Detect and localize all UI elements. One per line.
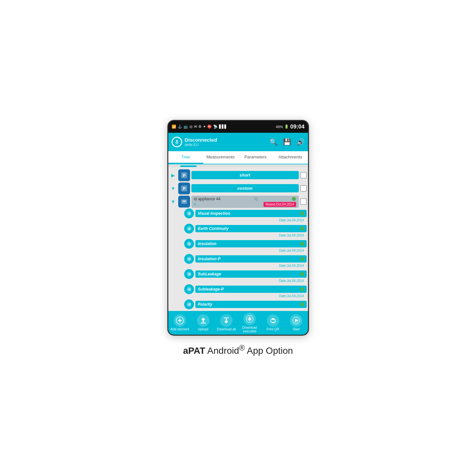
save-icon[interactable]: 💾 xyxy=(283,138,291,146)
svg-rect-7 xyxy=(182,200,186,202)
test-row-insulation-p: ⚙ Insulation-P Date:Jul.04,2014 xyxy=(184,254,307,268)
test-icon-insulation: ⚙ xyxy=(184,239,194,249)
checkbox-short[interactable] xyxy=(300,172,307,179)
test-row-subleakage-p: ⚙ Subleakage-P Date:Jul.04,2014 xyxy=(184,284,307,298)
status-dot-subleakage xyxy=(300,272,304,276)
status-dot-insulation xyxy=(300,242,304,246)
svg-text:⚙: ⚙ xyxy=(187,303,190,306)
screen-icon: 📺 xyxy=(183,125,188,129)
chevron-down-appliance[interactable]: ▼ xyxy=(170,198,177,205)
date-subleakage-p: Date:Jul.04,2014 xyxy=(184,294,307,298)
status-icons-left: 📶 ⚓ 📺 ◎ ✉ ⚙ ✴ ⛔ 📡 ▋▋▋ xyxy=(172,125,227,129)
appliance-icon xyxy=(178,196,190,208)
tab-parameters[interactable]: Parameters xyxy=(238,151,273,164)
test-row-earth: ⚙ Earth Continuity Date:Jul.04,2014 xyxy=(184,224,307,238)
test-row-polarity: ⚙ Polarity xyxy=(184,299,307,309)
label-bar-subleakage: SubLeakage xyxy=(195,270,307,278)
search-icon[interactable]: 🔍 xyxy=(269,138,278,146)
test-icon-insulation-p: ⚙ xyxy=(184,254,194,264)
test-row-insulation: ⚙ Insulation Date:Jul.04,2014 xyxy=(184,239,307,253)
date-subleakage: Date:Jul.04,2014 xyxy=(184,279,307,283)
bluetooth-connected-icon[interactable]: 🔊 xyxy=(296,138,305,146)
print-qr-label: Print QR xyxy=(266,327,279,331)
label-bar-insulation-p: Insulation-P xyxy=(195,255,307,263)
start-button[interactable]: Start xyxy=(285,314,308,331)
svg-text:P: P xyxy=(182,186,185,191)
status-right: 49% 🔋 09:04 xyxy=(276,124,305,130)
battery-percent: 49% xyxy=(276,125,283,129)
test-icon-earth: ⚙ xyxy=(184,224,194,234)
status-dot-visual xyxy=(300,211,304,215)
chevron-down-costom[interactable]: ▼ xyxy=(170,185,177,192)
status-time: 09:04 xyxy=(290,124,304,130)
svg-rect-25 xyxy=(201,323,206,323)
status-bar: 📶 ⚓ 📺 ◎ ✉ ⚙ ✴ ⛔ 📡 ▋▋▋ 49% 🔋 09:04 xyxy=(168,121,308,133)
tab-tree[interactable]: Tree xyxy=(168,151,203,164)
download-executed-label: Downloadexecuted xyxy=(242,326,257,333)
date-earth: Date:Jul.04,2014 xyxy=(184,234,307,238)
battery-icon: 🔋 xyxy=(284,125,289,129)
print-qr-icon xyxy=(267,314,279,327)
svg-text:⚙: ⚙ xyxy=(187,272,190,276)
label-bar-polarity: Polarity xyxy=(195,301,307,308)
download-all-button[interactable]: Download all xyxy=(215,314,238,331)
svg-text:⚙: ⚙ xyxy=(187,242,190,246)
appliance-counter: 0 xyxy=(194,202,196,206)
caption-normal: Android xyxy=(205,346,239,356)
tab-measurements[interactable]: Measurements xyxy=(203,151,238,164)
checkbox-costom[interactable] xyxy=(300,185,307,192)
checkbox-appliance[interactable] xyxy=(300,198,307,205)
svg-text:⚙: ⚙ xyxy=(187,212,190,215)
download-all-icon xyxy=(220,314,233,327)
download-executed-button[interactable]: Downloadexecuted xyxy=(238,313,262,333)
wifi-icon: 📶 xyxy=(172,125,176,129)
start-icon xyxy=(290,314,302,327)
app-title-block: Disconnected delta EU xyxy=(185,137,217,147)
label-bar-insulation: Insulation xyxy=(195,240,307,247)
upload-icon xyxy=(197,314,210,327)
tree-row-costom: ▼ P costom xyxy=(168,182,308,195)
add-icon xyxy=(174,314,186,327)
status-dot-insulation-p xyxy=(300,257,304,261)
label-bar-visual: Visual Inspection xyxy=(195,210,307,217)
add-element-label: Add element xyxy=(171,327,189,331)
mail-icon: ✉ xyxy=(194,125,197,129)
svg-text:P: P xyxy=(182,173,185,178)
print-qr-button[interactable]: Print QR xyxy=(261,314,285,331)
chevron-right-short[interactable]: ▶ xyxy=(170,172,177,179)
svg-text:δ: δ xyxy=(175,139,178,145)
content-area: ▶ P short ▼ P costom xyxy=(168,164,308,311)
tree-row-short: ▶ P short xyxy=(168,169,308,182)
retest-badge: Retest:Oct.04,2014 xyxy=(264,202,296,207)
bluetooth-icon: ✴ xyxy=(203,125,206,129)
svg-text:⚙: ⚙ xyxy=(187,288,190,291)
test-icon-subleakage: ⚙ xyxy=(184,269,194,279)
upload-button[interactable]: Upload xyxy=(191,314,215,331)
svg-text:⚙: ⚙ xyxy=(187,257,190,261)
caption-end: App Option xyxy=(245,346,293,356)
signal-off-icon: ⛔ xyxy=(207,125,212,129)
wifi2-icon: 📡 xyxy=(213,125,218,129)
test-icon-subleakage-p: ⚙ xyxy=(184,284,194,294)
caption: aPAT Android® App Option xyxy=(183,344,293,356)
tree-section: ▶ P short ▼ P costom xyxy=(168,168,308,311)
test-row-subleakage: ⚙ SubLeakage Date:Jul.04,2014 xyxy=(184,269,307,283)
svg-rect-30 xyxy=(272,322,274,323)
app-logo: δ xyxy=(172,137,182,147)
app-header-left: δ Disconnected delta EU xyxy=(172,137,217,147)
add-element-button[interactable]: Add element xyxy=(168,314,192,331)
label-bar-subleakage-p: Subleakage-P xyxy=(195,286,307,293)
header-actions: 🔍 💾 🔊 xyxy=(269,138,305,146)
start-label: Start xyxy=(293,327,300,331)
group-icon-costom: P xyxy=(178,182,190,194)
test-icon-visual: ⚙ xyxy=(184,209,194,218)
phone-wrapper: 📶 ⚓ 📺 ◎ ✉ ⚙ ✴ ⛔ 📡 ▋▋▋ 49% 🔋 09:04 xyxy=(167,120,309,356)
svg-point-31 xyxy=(274,321,275,321)
label-bar-short: short xyxy=(191,171,299,179)
signal-bar-icon: ▋▋▋ xyxy=(219,125,227,129)
label-bar-costom: costom xyxy=(191,184,299,192)
svg-rect-29 xyxy=(272,318,274,320)
bottom-toolbar: Add element Upload Download all xyxy=(168,311,308,335)
test-icon-polarity: ⚙ xyxy=(184,299,194,309)
tab-attachments[interactable]: Attachments xyxy=(273,151,308,164)
